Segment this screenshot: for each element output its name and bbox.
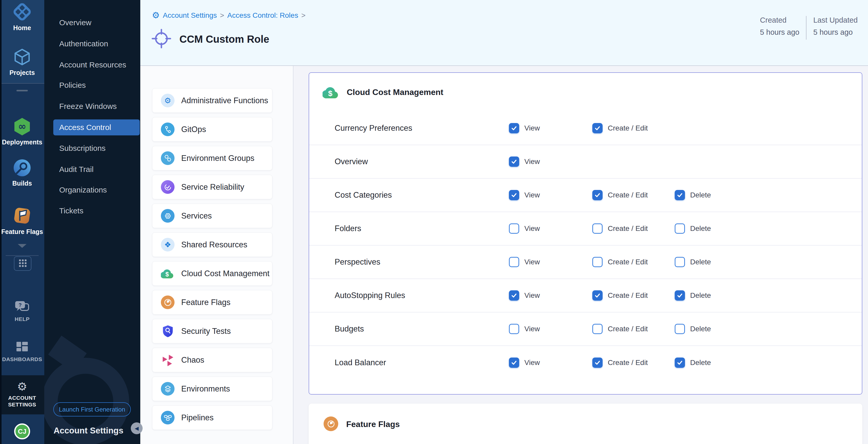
checkbox-create-edit-checked[interactable]: [592, 290, 602, 300]
nav-item-tickets[interactable]: Tickets: [44, 203, 140, 219]
sidebar-item-dashboards[interactable]: DASHBOARDS: [0, 341, 44, 362]
nav-item-subscriptions[interactable]: Subscriptions: [44, 140, 140, 156]
harness-app: Home Projects ∞ Deployments Builds Featu…: [0, 0, 868, 444]
checkbox-create-edit-checked[interactable]: [592, 357, 602, 368]
grid-icon: [18, 258, 28, 269]
nav-item-audit-trail[interactable]: Audit Trail: [44, 161, 140, 177]
checkbox-view-checked[interactable]: [509, 123, 519, 133]
avatar[interactable]: CJ: [14, 423, 30, 439]
category-label: Security Tests: [181, 327, 230, 336]
checkbox-delete-unchecked[interactable]: [675, 257, 685, 267]
category-card-administrative-functions[interactable]: ⚙Administrative Functions: [152, 88, 272, 113]
main-content: $ Cloud Cost Management Currency Prefere…: [293, 66, 868, 444]
nav-item-overview[interactable]: Overview: [44, 15, 140, 31]
permissions-section-header: $ Cloud Cost Management: [309, 73, 862, 112]
sidebar-item-projects[interactable]: Projects: [0, 47, 44, 76]
deployments-hexagon-icon: ∞: [0, 116, 44, 137]
category-card-gitops[interactable]: GitOps: [152, 117, 272, 141]
category-label: GitOps: [181, 125, 206, 134]
checkbox-create-edit-unchecked[interactable]: [592, 223, 602, 234]
sidebar-item-builds[interactable]: Builds: [0, 158, 44, 187]
module-picker-button[interactable]: [14, 256, 31, 271]
checkbox-view-checked[interactable]: [509, 357, 519, 368]
permission-row-folders: FoldersViewCreate / EditDelete: [309, 212, 862, 246]
last-updated-label: Last Updated: [813, 16, 858, 25]
permission-row-overview: OverviewView: [309, 145, 862, 179]
category-card-environments[interactable]: Environments: [152, 377, 272, 401]
category-label: Shared Resources: [181, 240, 247, 249]
nav-item-organizations[interactable]: Organizations: [44, 182, 140, 198]
checkbox-create-edit-checked[interactable]: [592, 190, 602, 200]
shared-resources-icon: ❖: [161, 238, 175, 251]
checkbox-view-unchecked[interactable]: [509, 223, 519, 234]
module-rail: Home Projects ∞ Deployments Builds Featu…: [0, 0, 44, 444]
launch-first-generation-button[interactable]: Launch First Generation: [53, 402, 131, 416]
nav-item-freeze-windows[interactable]: Freeze Windows: [44, 98, 140, 114]
checkbox-label: View: [524, 124, 540, 132]
sidebar-item-account-settings[interactable]: ⚙ ACCOUNT SETTINGS: [0, 375, 44, 414]
next-section-card: Feature Flags: [309, 404, 862, 444]
category-card-services[interactable]: Services: [152, 203, 272, 228]
nav-item-policies[interactable]: Policies: [44, 77, 140, 93]
nav-item-label: Tickets: [59, 207, 84, 215]
environment-groups-icon: [161, 151, 175, 165]
nav-item-account-resources[interactable]: Account Resources: [44, 57, 140, 73]
checkbox-delete-checked[interactable]: [675, 190, 685, 200]
chevron-down-icon: [18, 244, 27, 248]
nav-item-label: Overview: [59, 18, 91, 27]
checkbox-create-edit-unchecked[interactable]: [592, 324, 602, 334]
nav-item-label: Subscriptions: [59, 144, 105, 153]
category-card-security-tests[interactable]: Security Tests: [152, 319, 272, 343]
created-meta: Created 5 hours ago: [760, 16, 799, 36]
more-modules-button[interactable]: [0, 244, 44, 248]
checkbox-create-edit-unchecked[interactable]: [592, 257, 602, 267]
checkbox-delete-checked[interactable]: [675, 290, 685, 300]
checkbox-label: Delete: [690, 224, 711, 233]
sidebar-item-label: ACCOUNT: [0, 395, 44, 401]
collapse-nav-button[interactable]: ◀: [131, 422, 143, 434]
admin-gear-icon: ⚙: [161, 94, 175, 107]
sidebar-item-label: Feature Flags: [0, 228, 44, 235]
checkbox-view-checked[interactable]: [509, 290, 519, 300]
category-label: Pipelines: [181, 413, 214, 422]
permission-delete: Delete: [675, 357, 711, 368]
projects-cube-icon: [0, 47, 44, 67]
checkbox-delete-checked[interactable]: [675, 357, 685, 368]
checkbox-view-checked[interactable]: [509, 190, 519, 200]
resource-label: AutoStopping Rules: [335, 291, 405, 300]
sidebar-item-help[interactable]: ? HELP: [0, 300, 44, 322]
checkbox-create-edit-checked[interactable]: [592, 123, 602, 133]
category-card-cloud-cost-management[interactable]: $Cloud Cost Management: [152, 261, 272, 286]
sidebar-item-deployments[interactable]: ∞ Deployments: [0, 116, 44, 146]
checkbox-view-unchecked[interactable]: [509, 324, 519, 334]
sidebar-item-home[interactable]: Home: [0, 1, 44, 32]
nav-item-authentication[interactable]: Authentication: [44, 36, 140, 52]
checkbox-label: View: [524, 258, 540, 266]
permission-create-edit: Create / Edit: [592, 357, 648, 368]
checkbox-label: Create / Edit: [608, 191, 648, 199]
category-card-chaos[interactable]: Chaos: [152, 348, 272, 372]
page-title-row: CCM Custom Role: [151, 28, 269, 51]
category-label: Services: [181, 211, 212, 221]
checkbox-view-checked[interactable]: [509, 157, 519, 167]
category-card-pipelines[interactable]: Pipelines: [152, 405, 272, 430]
category-label: Administrative Functions: [181, 96, 268, 105]
permission-row-load-balancer: Load BalancerViewCreate / EditDelete: [309, 346, 862, 379]
category-card-shared-resources[interactable]: ❖Shared Resources: [152, 232, 272, 257]
category-card-service-reliability[interactable]: Service Reliability: [152, 175, 272, 199]
checkbox-delete-unchecked[interactable]: [675, 223, 685, 234]
breadcrumb-link-access-control-roles[interactable]: Access Control: Roles: [227, 11, 298, 20]
permission-create-edit: Create / Edit: [592, 190, 648, 200]
rail-drag-handle[interactable]: [17, 90, 28, 91]
resource-categories-list: ⚙Administrative FunctionsGitOpsEnvironme…: [140, 66, 293, 444]
account-settings-nav: OverviewAuthenticationAccount ResourcesP…: [44, 0, 140, 444]
category-card-environment-groups[interactable]: Environment Groups: [152, 146, 272, 170]
checkbox-delete-unchecked[interactable]: [675, 324, 685, 334]
breadcrumb-link-account-settings[interactable]: Account Settings: [163, 11, 217, 20]
nav-item-access-control[interactable]: Access Control: [53, 120, 140, 135]
checkbox-view-unchecked[interactable]: [509, 257, 519, 267]
category-card-feature-flags[interactable]: Feature Flags: [152, 290, 272, 315]
checkbox-label: View: [524, 291, 540, 299]
sidebar-item-feature-flags[interactable]: Feature Flags: [0, 205, 44, 235]
checkbox-label: Delete: [690, 191, 711, 199]
